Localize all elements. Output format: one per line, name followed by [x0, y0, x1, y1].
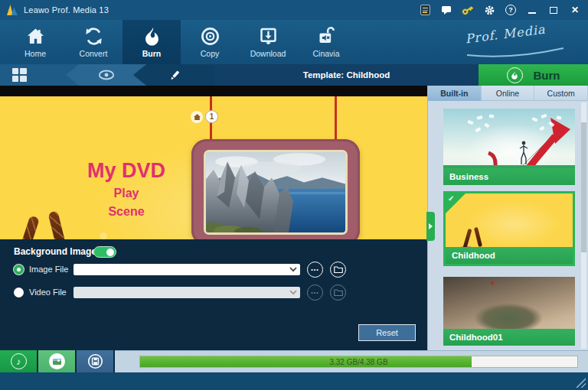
sidebar-scrollbar-track[interactable]: [581, 102, 586, 349]
nav-item-cinavia[interactable]: Cinavia: [297, 20, 355, 64]
content-area: 1 My DVD Play Scene Background Image Ima…: [0, 86, 588, 350]
nav-item-download[interactable]: Download: [239, 20, 297, 64]
video-open-folder-button[interactable]: [330, 284, 346, 301]
save-template-button[interactable]: [77, 350, 113, 372]
copy-disc-icon: [200, 26, 220, 47]
nav-item-copy[interactable]: Copy: [181, 20, 239, 64]
template-tabbar: Built-in Online Custom: [428, 86, 588, 101]
reset-button[interactable]: Reset: [358, 324, 416, 341]
tab-custom[interactable]: Custom: [534, 86, 588, 101]
decor-drumstick: [16, 215, 40, 239]
thumb-art-confetti: [466, 113, 566, 139]
feedback-bubble-icon[interactable]: [439, 4, 453, 16]
register-key-icon[interactable]: [461, 4, 475, 16]
sidebar-collapse-arrow[interactable]: [426, 212, 435, 241]
video-file-radio[interactable]: [14, 288, 24, 297]
decor-dot: [100, 232, 107, 239]
video-file-combobox[interactable]: [74, 287, 300, 298]
burn-button[interactable]: Burn: [479, 64, 588, 86]
background-image-button[interactable]: [38, 350, 75, 372]
template-band: Template: Childhood: [214, 64, 479, 86]
music-note-icon: ♪: [11, 353, 27, 369]
image-file-row: Image File •••: [14, 263, 346, 275]
app-title: Leawo Prof. Media 13: [24, 5, 109, 15]
video-thumbnail-frame[interactable]: [191, 139, 360, 239]
template-thumb-childhood01[interactable]: Childhood01: [443, 277, 575, 346]
folder-icon: [334, 288, 343, 296]
burn-flame-icon: [142, 26, 162, 47]
dvd-menu-play-button[interactable]: Play: [57, 187, 195, 200]
home-icon: [25, 26, 46, 47]
template-name: Childhood: [446, 247, 573, 264]
minimize-icon[interactable]: [525, 4, 539, 16]
background-image-panel: Background Image Image File •••: [0, 239, 427, 350]
help-icon[interactable]: ?: [504, 4, 518, 16]
dvd-menu-title[interactable]: My DVD: [57, 159, 195, 183]
nav-label: Cinavia: [312, 49, 339, 58]
image-file-label[interactable]: Image File: [29, 265, 71, 274]
video-file-input[interactable]: [74, 287, 300, 298]
image-file-combobox[interactable]: [74, 264, 300, 275]
selected-check-icon: ✓: [446, 193, 466, 213]
image-browse-ellipsis-button[interactable]: •••: [307, 262, 323, 278]
maximize-icon[interactable]: [547, 4, 560, 16]
editor-toolbar: Template: Childhood Burn: [0, 64, 588, 86]
cinavia-lock-icon: [316, 26, 337, 47]
video-browse-ellipsis-button[interactable]: •••: [307, 284, 323, 301]
menu-canvas[interactable]: 1 My DVD Play Scene: [0, 96, 427, 239]
image-open-folder-button[interactable]: [330, 262, 346, 278]
home-menu-badge[interactable]: [191, 111, 203, 123]
burn-button-flame-icon: [507, 67, 523, 83]
editor-column: 1 My DVD Play Scene Background Image Ima…: [0, 86, 427, 350]
image-file-input[interactable]: [74, 264, 300, 275]
nav-item-burn[interactable]: Burn: [122, 20, 181, 64]
nav-item-home[interactable]: Home: [6, 20, 64, 64]
thumb-art-figure: [518, 141, 529, 167]
image-file-radio[interactable]: [14, 265, 24, 275]
template-name-label: Template: Childhood: [303, 70, 390, 80]
tab-online[interactable]: Online: [482, 86, 535, 101]
template-list: Business ✓ Childhood Childh: [443, 109, 575, 352]
settings-gear-icon[interactable]: [482, 4, 496, 16]
templates-grid-icon[interactable]: [12, 68, 27, 82]
convert-icon: [83, 26, 104, 47]
disc-capacity-bar: 3.32 GB/4.38 GB: [139, 356, 578, 368]
statusbar: ♪ 3.32 GB/4.38 GB: [0, 350, 588, 372]
template-thumb-childhood-selected[interactable]: ✓ Childhood: [443, 191, 575, 266]
dvd-menu-scene-button[interactable]: Scene: [57, 205, 195, 219]
thumb-art: [474, 227, 482, 247]
video-file-row: Video File •••: [14, 286, 346, 298]
pencil-icon: [168, 69, 181, 82]
background-image-title: Background Image: [14, 246, 96, 257]
home-badge-icon: [194, 114, 201, 120]
template-sidebar: Built-in Online Custom: [427, 86, 588, 350]
tab-built-in[interactable]: Built-in: [428, 86, 482, 101]
brand-swoosh: [466, 47, 565, 58]
disc-capacity-zone: 3.32 GB/4.38 GB: [115, 350, 588, 372]
device-icon[interactable]: [418, 4, 432, 16]
nav-label: Download: [250, 49, 286, 58]
resize-grip[interactable]: [576, 378, 586, 388]
thumb-art: [491, 281, 494, 284]
frame-string-right: [335, 96, 337, 142]
background-music-button[interactable]: ♪: [0, 350, 37, 372]
eye-icon: [98, 70, 115, 80]
chevron-down-icon: [289, 290, 297, 295]
nav-item-convert[interactable]: Convert: [64, 20, 122, 64]
edit-mode-button[interactable]: [133, 64, 216, 86]
sidebar-scrollbar-thumb[interactable]: [581, 122, 586, 252]
image-icon: [49, 353, 65, 369]
scene-marker-badge[interactable]: 1: [205, 110, 218, 123]
video-file-label[interactable]: Video File: [29, 288, 71, 297]
template-thumb-business[interactable]: Business: [443, 109, 575, 185]
save-icon: [87, 353, 103, 369]
app-window: Leawo Prof. Media 13 ? ✕ Home: [0, 0, 588, 390]
nav-label: Home: [24, 49, 46, 58]
titlebar: Leawo Prof. Media 13 ? ✕: [0, 0, 588, 20]
background-image-toggle[interactable]: [93, 246, 116, 258]
close-icon[interactable]: ✕: [568, 4, 582, 16]
main-navbar: Home Convert Burn Copy Download Cinavia …: [0, 20, 588, 64]
folder-icon: [334, 265, 343, 273]
video-thumbnail-photo: [204, 150, 348, 235]
template-thumb-childhood[interactable]: ✓ Childhood: [446, 193, 573, 264]
